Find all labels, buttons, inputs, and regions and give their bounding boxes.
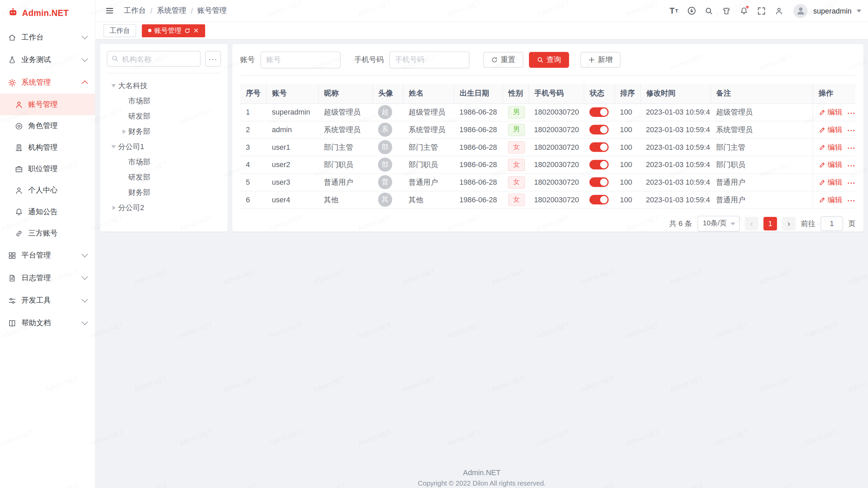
more-actions-button[interactable]: ··· xyxy=(847,179,855,187)
logo-text: Admin.NET xyxy=(22,8,69,17)
edit-button[interactable]: 编辑 xyxy=(818,107,842,117)
search-button[interactable]: 查询 xyxy=(529,52,569,68)
theme-icon[interactable] xyxy=(719,3,734,18)
avatar-cell: 超 xyxy=(372,103,403,121)
sidebar-item-workbench[interactable]: 工作台 xyxy=(0,26,95,49)
remark-cell: 系统管理员 xyxy=(710,121,813,139)
column-header: 昵称 xyxy=(318,84,372,103)
tree-more-button[interactable]: ··· xyxy=(205,51,221,67)
font-size-icon[interactable] xyxy=(666,3,682,18)
gender-cell: 女 xyxy=(502,138,529,156)
tree-node-label: 分公司1 xyxy=(118,142,144,152)
remark-cell: 部门职员 xyxy=(710,156,813,174)
logo[interactable]: Admin.NET xyxy=(0,0,95,25)
reset-button[interactable]: 重置 xyxy=(483,52,523,68)
sidebar-item-role-management[interactable]: 角色管理 xyxy=(0,115,95,137)
tab-refresh-icon[interactable] xyxy=(184,27,190,34)
tree-node[interactable]: 财务部 xyxy=(107,124,221,139)
edit-button[interactable]: 编辑 xyxy=(818,160,842,170)
breadcrumb-item[interactable]: 账号管理 xyxy=(197,6,227,16)
sidebar-item-thirdparty-account[interactable]: 三方账号 xyxy=(0,223,95,244)
more-actions-button[interactable]: ··· xyxy=(847,144,855,152)
tree-node[interactable]: 研发部 xyxy=(107,108,221,124)
status-toggle[interactable] xyxy=(589,160,609,169)
current-page-button[interactable]: 1 xyxy=(764,217,777,230)
tree-node[interactable]: 市场部 xyxy=(107,154,221,169)
edit-button-label: 编辑 xyxy=(828,125,842,135)
phone-input[interactable] xyxy=(389,51,470,68)
prev-page-button[interactable]: ‹ xyxy=(745,217,758,230)
sidebar-item-system-management[interactable]: 系统管理 xyxy=(0,71,95,94)
modified-cell: 2023-01-03 10:59:44 xyxy=(640,138,710,156)
sidebar-item-personal-center[interactable]: 个人中心 xyxy=(0,180,95,201)
edit-button[interactable]: 编辑 xyxy=(818,142,842,152)
org-search-input[interactable] xyxy=(107,51,201,67)
gender-badge: 男 xyxy=(508,123,525,136)
more-actions-button[interactable]: ··· xyxy=(847,126,855,135)
sidebar-item-account-management[interactable]: 账号管理 xyxy=(0,94,95,115)
sidebar-item-organization-management[interactable]: 机构管理 xyxy=(0,137,95,158)
user-avatar[interactable] xyxy=(793,4,808,18)
account-input[interactable] xyxy=(260,51,341,68)
sidebar-item-help-docs[interactable]: 帮助文档 xyxy=(0,312,95,334)
search-icon[interactable] xyxy=(701,3,716,18)
tree-node[interactable]: 市场部 xyxy=(107,93,221,108)
tab-label: 账号管理 xyxy=(154,26,181,35)
more-actions-button[interactable]: ··· xyxy=(847,196,855,205)
status-toggle[interactable] xyxy=(589,195,609,204)
tree-node[interactable]: 分公司1 xyxy=(107,139,221,154)
gender-badge: 男 xyxy=(508,106,525,119)
avatar-cell: 部 xyxy=(372,138,403,156)
tree-node[interactable]: 研发部 xyxy=(107,169,221,185)
notification-bell-icon[interactable] xyxy=(736,3,752,18)
edit-icon xyxy=(818,179,825,186)
edit-button[interactable]: 编辑 xyxy=(818,125,842,135)
tree-node[interactable]: 分公司2 xyxy=(107,200,221,215)
tab-workbench[interactable]: 工作台 xyxy=(103,24,136,37)
column-header: 账号 xyxy=(266,84,318,103)
profile-icon[interactable] xyxy=(771,3,787,18)
chevron-down-icon xyxy=(82,33,88,39)
breadcrumb-item[interactable]: 工作台 xyxy=(124,6,146,16)
add-button[interactable]: 新增 xyxy=(580,52,620,68)
sidebar-item-platform-management[interactable]: 平台管理 xyxy=(0,244,95,267)
more-actions-button[interactable]: ··· xyxy=(847,109,855,117)
status-toggle[interactable] xyxy=(589,107,609,117)
goto-page-input[interactable] xyxy=(821,216,843,231)
component-size-icon[interactable] xyxy=(684,3,699,18)
phone-cell: 18020030720 xyxy=(528,156,584,174)
document-icon xyxy=(8,274,16,282)
tab-close-icon[interactable] xyxy=(193,28,199,34)
caret-right-icon[interactable] xyxy=(109,203,118,212)
sidebar-item-notice-announcement[interactable]: 通知公告 xyxy=(0,201,95,222)
sidebar-item-label: 平台管理 xyxy=(21,250,77,260)
breadcrumb-item[interactable]: 系统管理 xyxy=(157,6,186,16)
more-actions-button[interactable]: ··· xyxy=(847,161,855,170)
tree-node[interactable]: 财务部 xyxy=(107,185,221,200)
next-page-button[interactable]: › xyxy=(782,217,796,230)
caret-down-icon[interactable] xyxy=(109,81,118,90)
name-cell: 系统管理员 xyxy=(403,121,454,139)
hamburger-menu-icon[interactable] xyxy=(102,3,117,18)
status-toggle[interactable] xyxy=(589,125,609,134)
tab-account-management[interactable]: 账号管理 xyxy=(142,24,205,37)
sidebar-item-dev-tools[interactable]: 开发工具 xyxy=(0,289,95,312)
tree-node-label: 研发部 xyxy=(128,111,150,121)
fullscreen-icon[interactable] xyxy=(754,3,769,18)
edit-button[interactable]: 编辑 xyxy=(818,195,842,205)
status-toggle[interactable] xyxy=(589,177,609,187)
edit-button[interactable]: 编辑 xyxy=(818,177,842,187)
caret-right-icon[interactable] xyxy=(119,127,129,136)
sidebar-item-business-test[interactable]: 业务测试 xyxy=(0,48,95,71)
username-label[interactable]: superadmin xyxy=(813,6,851,15)
caret-placeholder xyxy=(119,111,129,121)
page-size-select[interactable]: 10条/页 xyxy=(697,216,740,231)
sidebar-item-log-management[interactable]: 日志管理 xyxy=(0,267,95,289)
user-menu-caret-icon[interactable] xyxy=(857,9,861,15)
caret-down-icon[interactable] xyxy=(109,142,118,151)
sidebar-item-position-management[interactable]: 职位管理 xyxy=(0,158,95,180)
tree-node[interactable]: 大名科技 xyxy=(107,78,221,93)
phone-field-label: 手机号码 xyxy=(354,55,384,65)
status-toggle[interactable] xyxy=(589,142,609,152)
actions-cell: 编辑··· xyxy=(813,156,856,174)
